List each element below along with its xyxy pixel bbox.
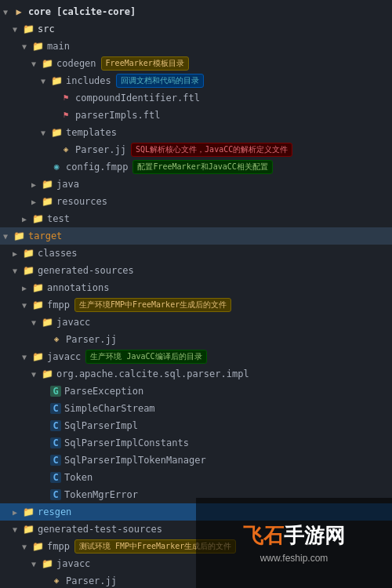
- fmpp-test-label: fmpp: [47, 541, 70, 552]
- watermark: 飞石手游网 www.feship.com: [196, 498, 392, 588]
- watermark-url: www.feship.com: [260, 553, 328, 564]
- tree-item-parserimpl[interactable]: ⚑ parserImpls.ftl: [0, 107, 392, 124]
- parser-jj3-label: Parser.jj: [66, 575, 117, 586]
- codegen-tooltip: FreeMarker模板目录: [101, 56, 189, 71]
- jj-icon-parser: ◈: [60, 143, 72, 156]
- folder-icon-templates: 📁: [50, 126, 63, 139]
- folder-icon-generated-sources: 📁: [22, 264, 34, 277]
- arrow-target: ▼: [3, 232, 13, 241]
- java-label: java: [56, 179, 79, 190]
- folder-icon-generated-test-sources: 📁: [22, 523, 34, 535]
- tree-item-config-fmpp[interactable]: ◉ config.fmpp 配置FreeMarker和JavaCC相关配置: [0, 158, 392, 176]
- config-fmpp-label: config.fmpp: [66, 162, 128, 172]
- fmpp-target-label: fmpp: [47, 299, 70, 310]
- folder-icon-org-impl: 📁: [41, 368, 53, 380]
- tree-item-parseexception[interactable]: G ParseException: [0, 383, 392, 400]
- tree-item-classes[interactable]: ▶ 📁 classes: [0, 245, 392, 262]
- sqlparserimpltoken-label: SqlParserImplTokenManager: [64, 455, 206, 466]
- parserimpl-label: parserImpls.ftl: [75, 110, 160, 121]
- watermark-logo: 飞石手游网: [243, 522, 345, 550]
- tree-item-compoundidentifier[interactable]: ⚑ compoundIdentifier.ftl: [0, 89, 392, 107]
- tree-item-token[interactable]: C Token: [0, 469, 392, 486]
- tree-item-test[interactable]: ▶ 📁 test: [0, 210, 392, 227]
- generated-sources-label: generated-sources: [38, 265, 134, 276]
- arrow-test: ▶: [22, 215, 31, 223]
- class-icon-token: C: [50, 472, 61, 483]
- class-icon-parseexception: G: [50, 386, 61, 397]
- resgen-label: resgen: [38, 506, 71, 517]
- folder-icon-javacc-fmpp-test: 📁: [41, 557, 53, 570]
- parser-jj-label: Parser.jj: [75, 144, 126, 155]
- folder-icon-main: 📁: [31, 40, 44, 53]
- tree-root[interactable]: ▼ ▶ core [calcite-core]: [0, 3, 392, 20]
- arrow-annotations: ▶: [22, 284, 31, 292]
- folder-icon-test: 📁: [31, 212, 44, 225]
- folder-icon-fmpp-test: 📁: [31, 540, 44, 553]
- tree-item-annotations[interactable]: ▶ 📁 annotations: [0, 279, 392, 296]
- arrow-javacc-fmpp: ▼: [31, 318, 41, 327]
- classes-label: classes: [38, 248, 78, 259]
- tree-item-src[interactable]: ▼ 📁 src: [0, 20, 392, 38]
- arrow-main: ▼: [22, 42, 31, 51]
- arrow-resgen: ▶: [13, 508, 22, 517]
- javacc-target-label: javacc: [47, 351, 81, 362]
- tree-item-simplecharstream[interactable]: C SimpleCharStream: [0, 400, 392, 417]
- includes-tooltip: 回调文档和代码的目录: [116, 74, 204, 88]
- org-impl-label: org.apache.calcite.sql.parser.impl: [56, 368, 249, 379]
- arrow-classes: ▶: [13, 249, 22, 258]
- arrow-generated-test-sources: ▼: [13, 525, 22, 534]
- tree-item-javacc-fmpp[interactable]: ▼ 📁 javacc: [0, 314, 392, 331]
- sqlparserimplconst-label: SqlParserImplConstants: [64, 437, 189, 448]
- tree-item-parser-jj[interactable]: ◈ Parser.jj SQL解析核心文件，JavaCC的解析定义文件: [0, 141, 392, 158]
- folder-icon-codegen: 📁: [41, 57, 53, 70]
- parser-jj-tooltip: SQL解析核心文件，JavaCC的解析定义文件: [131, 143, 292, 157]
- tree-item-main[interactable]: ▼ 📁 main: [0, 38, 392, 55]
- tree-item-generated-sources[interactable]: ▼ 📁 generated-sources: [0, 262, 392, 279]
- tree-item-org-impl[interactable]: ▼ 📁 org.apache.calcite.sql.parser.impl: [0, 365, 392, 383]
- tree-item-java[interactable]: ▶ 📁 java: [0, 176, 392, 193]
- tree-item-sqlparserimpltoken[interactable]: C SqlParserImplTokenManager: [0, 452, 392, 469]
- folder-icon-includes: 📁: [50, 74, 63, 87]
- watermark-logo-colored: 飞石: [243, 524, 284, 547]
- src-label: src: [38, 24, 55, 34]
- tree-item-includes[interactable]: ▼ 📁 includes 回调文档和代码的目录: [0, 72, 392, 89]
- javacc-fmpp-label: javacc: [56, 317, 90, 328]
- class-icon-sqlparserimpltoken: C: [50, 455, 61, 466]
- folder-icon-javacc-target: 📁: [31, 350, 44, 363]
- jj-icon-parser3: ◈: [50, 575, 63, 587]
- class-icon-tokenmgrerror: C: [50, 489, 61, 500]
- fmpp-icon-config: ◉: [50, 161, 63, 173]
- tree-item-parser-jj2[interactable]: ◈ Parser.jj: [0, 331, 392, 348]
- arrow-fmpp-target: ▼: [22, 301, 31, 310]
- arrow-includes: ▼: [41, 77, 50, 85]
- tree-item-templates[interactable]: ▼ 📁 templates: [0, 124, 392, 141]
- arrow-src: ▼: [13, 25, 22, 34]
- tree-item-resources[interactable]: ▶ 📁 resources: [0, 193, 392, 210]
- folder-icon-root: ▶: [13, 5, 25, 18]
- tree-item-javacc-target[interactable]: ▼ 📁 javacc 生产环境 JavaCC编译后的目录: [0, 348, 392, 365]
- arrow-javacc-target: ▼: [22, 353, 31, 361]
- arrow-generated-sources: ▼: [13, 267, 22, 275]
- tree-item-fmpp-target[interactable]: ▼ 📁 fmpp 生产环境FMP中FreeMarker生成后的文件: [0, 296, 392, 314]
- main-label: main: [47, 41, 70, 52]
- arrow-root: ▼: [3, 8, 13, 16]
- folder-icon-java: 📁: [41, 178, 53, 191]
- folder-icon-target: 📁: [13, 230, 25, 242]
- test-label: test: [47, 213, 70, 224]
- templates-label: templates: [66, 127, 117, 138]
- folder-icon-annotations: 📁: [31, 281, 44, 294]
- arrow-org-impl: ▼: [31, 370, 41, 379]
- token-label: Token: [64, 472, 93, 483]
- tree-item-sqlparserimpl[interactable]: C SqlParserImpl: [0, 417, 392, 434]
- tree-item-codegen[interactable]: ▼ 📁 codegen FreeMarker模板目录: [0, 55, 392, 72]
- folder-icon-resources: 📁: [41, 195, 53, 208]
- compound-label: compoundIdentifier.ftl: [75, 93, 200, 103]
- parser-jj2-label: Parser.jj: [66, 334, 117, 345]
- ftl-icon-parserimpl: ⚑: [60, 109, 72, 122]
- arrow-fmpp-test: ▼: [22, 543, 31, 551]
- simplecharstream-label: SimpleCharStream: [64, 403, 155, 414]
- folder-icon-fmpp-target: 📁: [31, 299, 44, 311]
- class-icon-simplecharstream: C: [50, 403, 61, 414]
- tree-item-target[interactable]: ▼ 📁 target: [0, 227, 392, 245]
- tree-item-sqlparserimplconst[interactable]: C SqlParserImplConstants: [0, 434, 392, 452]
